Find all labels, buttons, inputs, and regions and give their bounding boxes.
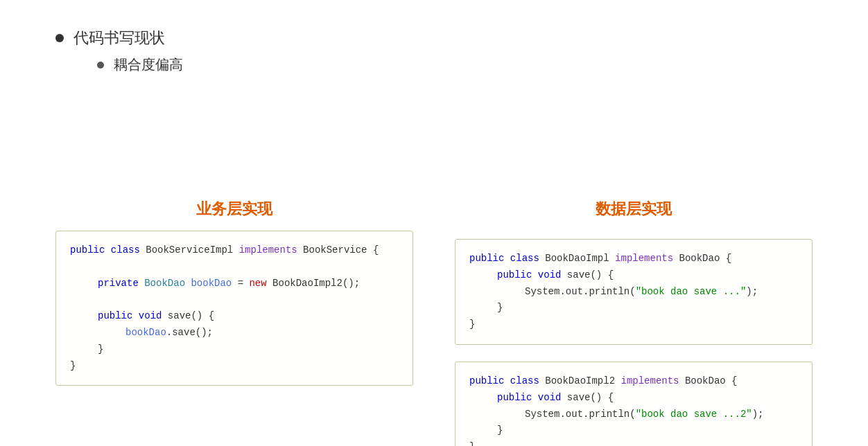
- paren-close-d2: );: [752, 409, 764, 420]
- dao2-line-1: public class BookDaoImpl2 implements Boo…: [469, 373, 798, 390]
- system-out-d1: System: [525, 286, 559, 297]
- method-save-3: save() {: [168, 310, 214, 321]
- dao-code-box-2: public class BookDaoImpl2 implements Boo…: [455, 362, 813, 446]
- bullet-section: 代码书写现状 耦合度偏高: [55, 28, 840, 74]
- dao1-line-1: public class BookDaoImpl implements Book…: [469, 251, 798, 267]
- dot-save: .save();: [166, 327, 213, 338]
- eq-sign: =: [238, 278, 243, 289]
- service-line-4: bookDao.save();: [70, 325, 399, 341]
- dao2-line-5: }: [469, 439, 798, 446]
- system-out-d2: System: [525, 409, 559, 420]
- kw-public: public: [70, 244, 105, 256]
- kw-private: private: [98, 278, 139, 289]
- kw-new: new: [249, 278, 266, 289]
- kw-class-d2: class: [510, 375, 539, 386]
- kw-public-d1: public: [469, 253, 504, 264]
- dot-out-d2: .out: [559, 409, 583, 420]
- dao-column: 数据层实现 public class BookDaoImpl implement…: [455, 199, 813, 446]
- service-line-5: }: [70, 341, 399, 358]
- service-line-6: }: [70, 358, 399, 375]
- class-name-service: BookServiceImpl: [146, 244, 233, 256]
- paren-close-d1: );: [746, 286, 758, 297]
- kw-implements-d2: implements: [620, 375, 679, 386]
- brace-close-method-d1: }: [497, 302, 503, 313]
- kw-implements-1: implements: [239, 244, 297, 256]
- bullet-text-level1: 代码书写现状: [73, 28, 165, 48]
- type-bookdao: BookDao: [144, 278, 185, 289]
- kw-public-3: public: [98, 310, 132, 321]
- dao1-line-4: }: [469, 300, 798, 316]
- iface-bookdao-d2: BookDao {: [685, 375, 738, 386]
- method-save-d1: save() {: [567, 269, 614, 280]
- bullet-item-level2: 耦合度偏高: [97, 55, 840, 74]
- service-title: 业务层实现: [55, 199, 413, 220]
- iface-bookdao-d1: BookDao {: [679, 253, 732, 264]
- dao2-line-2: public void save() {: [469, 390, 798, 407]
- method-save-d2: save() {: [567, 392, 614, 403]
- kw-void-3: void: [139, 310, 162, 321]
- dao1-line-2: public void save() {: [469, 267, 798, 284]
- kw-class-d1: class: [510, 253, 539, 264]
- bullet-text-level2: 耦合度偏高: [114, 55, 183, 74]
- service-line-1: public class BookServiceImpl implements …: [70, 242, 399, 259]
- dao1-line-3: System.out.println("book dao save ...");: [469, 284, 798, 301]
- service-line-blank2: [70, 292, 399, 308]
- service-line-3: public void save() {: [70, 308, 399, 325]
- service-code-box: public class BookServiceImpl implements …: [55, 231, 413, 386]
- var-bookdao: bookDao: [191, 278, 232, 289]
- kw-void-d1: void: [538, 269, 562, 280]
- kw-public-d1-2: public: [497, 269, 532, 280]
- iface-bookservice: BookService {: [303, 244, 379, 256]
- str-dao-save-d1: "book dao save ...": [636, 286, 747, 297]
- dao1-line-5: }: [469, 316, 798, 333]
- call-bookdao-save: bookDao: [125, 327, 166, 338]
- code-area: 业务层实现 public class BookServiceImpl imple…: [28, 199, 840, 446]
- brace-close-class: }: [70, 360, 76, 371]
- dot-println-d1: .println(: [583, 286, 636, 297]
- bullet-item-level1: 代码书写现状: [55, 28, 840, 48]
- service-column: 业务层实现 public class BookServiceImpl imple…: [55, 199, 413, 386]
- page-content: 代码书写现状 耦合度偏高 业务层实现 public class BookServ…: [0, 0, 868, 446]
- new-bookdaoimpl2: BookDaoImpl2();: [272, 278, 360, 289]
- service-line-blank: [70, 259, 399, 276]
- dot-println-d2: .println(: [583, 409, 636, 420]
- brace-close-class-d1: }: [469, 319, 475, 330]
- dot-out-d1: .out: [559, 286, 583, 297]
- service-line-2: private BookDao bookDao = new BookDaoImp…: [70, 276, 399, 292]
- brace-close-method: }: [98, 344, 103, 355]
- dao2-line-3: System.out.println("book dao save ...2")…: [469, 407, 798, 423]
- kw-public-d2: public: [469, 375, 504, 386]
- kw-void-d2: void: [538, 392, 562, 403]
- str-dao-save-d2: "book dao save ...2": [636, 409, 752, 420]
- bullet-dot-level1: [55, 34, 64, 42]
- class-bookdaoimpl2: BookDaoImpl2: [545, 375, 615, 386]
- dao2-line-4: }: [469, 422, 798, 439]
- kw-public-d2-2: public: [497, 392, 532, 403]
- class-bookdaoimpl: BookDaoImpl: [545, 253, 609, 264]
- dao-title: 数据层实现: [455, 199, 813, 220]
- brace-close-method-d2: }: [497, 425, 503, 436]
- kw-class: class: [111, 244, 140, 256]
- brace-close-class-d2: }: [469, 441, 475, 446]
- kw-implements-d1: implements: [615, 253, 673, 264]
- dao-code-box-1: public class BookDaoImpl implements Book…: [455, 239, 813, 345]
- bullet-dot-level2: [97, 62, 104, 69]
